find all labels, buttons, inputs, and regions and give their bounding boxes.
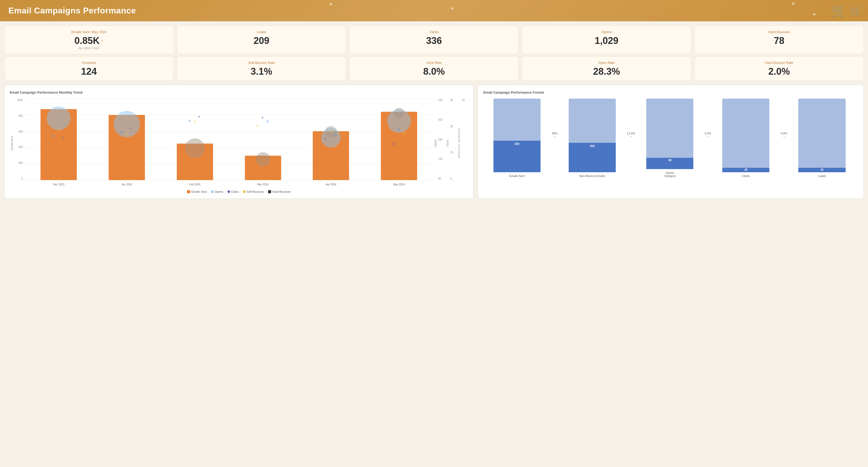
- funnel-xlabel-leads: Leads: [818, 174, 826, 178]
- x-label-dec: Dec 2023: [53, 183, 64, 186]
- metric-hard-bounce-rate-label: Hard Bounce Rate: [700, 61, 858, 65]
- y-axis-left: 1000 800 600 400 200 0: [14, 99, 25, 188]
- funnel-top-clicks: [722, 99, 769, 168]
- funnel-bottom-leads: 42: [798, 168, 845, 172]
- dot-yellow-may: ◎: [402, 131, 405, 135]
- dot-purple-jan: ●: [130, 126, 132, 130]
- metric-emails-sent-label: Emails Sent: May 2024: [10, 30, 168, 34]
- funnel-val-opens: 99: [669, 159, 672, 162]
- metric-soft-bounce-rate: Soft Bounce Rate 3.1%: [177, 56, 346, 81]
- metric-hard-bounce-rate: Hard Bounce Rate 2.0%: [694, 56, 864, 81]
- dot-yellow-apr: ◎: [330, 129, 332, 133]
- y-axis-sb-hb-label: Soft Bounces, Hard Bounces: [458, 128, 460, 159]
- funnel-bottom-clicks: 28: [722, 168, 769, 172]
- dot-purple-feb: ●: [198, 115, 200, 118]
- metric-open-rate-label: Open Rate: [527, 61, 686, 65]
- funnel-xlabel-clicks: Clicks: [742, 174, 750, 178]
- dot-purple-mar: ●: [262, 116, 264, 119]
- funnel-bars: 350 Emails Sent 39% → 302 Non-Bounce Ema…: [483, 99, 858, 178]
- funnel-top-emails-sent: [493, 99, 540, 141]
- metric-opens-value: 1,029: [527, 36, 686, 45]
- legend-opens: Opens: [211, 190, 223, 193]
- cart-icon-2: 🛒: [849, 4, 863, 17]
- legend-circle-clicks: [227, 190, 230, 193]
- charts-row: Email Campaign Performance Monthly Trend…: [0, 83, 868, 203]
- y-axis-opens-label: Opens: [434, 139, 437, 147]
- funnel-col-opens: 99 OpensCategory: [636, 99, 704, 178]
- funnel-xlabel-non-bounce: Non-Bounce Emails: [580, 174, 605, 178]
- legend-label-opens: Opens: [215, 190, 223, 193]
- funnel-bottom-emails-sent: 350: [493, 141, 540, 172]
- funnel-col-leads: 42 Leads: [788, 99, 856, 178]
- dot-decoration-2: [452, 7, 454, 9]
- funnel-val-clicks: 28: [744, 168, 747, 171]
- funnel-arrow-2: 11.6% →: [627, 99, 635, 178]
- dot-blue-mar: ◎: [266, 120, 269, 123]
- funnel-chart-title: Email Campaign Performance Funnel: [483, 90, 858, 94]
- metrics-row-1: Emails Sent: May 2024 0.85K ↑ Apr 2024: …: [0, 21, 868, 56]
- x-label-feb: Feb 2024: [189, 183, 200, 186]
- metric-opens: Opens 1,029: [522, 26, 691, 54]
- x-label-mar: Mar 2024: [257, 183, 268, 186]
- trend-chart-title: Email Campaign Performance Monthly Trend: [10, 90, 468, 94]
- legend-clicks: Clicks: [227, 190, 239, 193]
- funnel-val-non-bounce: 302: [590, 144, 594, 148]
- circle-gray-may: [394, 108, 404, 118]
- legend-box-emails-sent: [187, 190, 190, 193]
- y-axis-clicks-label: Clicks: [446, 140, 449, 147]
- funnel-arrow-3: 3.3% →: [705, 99, 711, 178]
- legend-label-clicks: Clicks: [231, 190, 239, 193]
- dot-decoration-1: [330, 3, 332, 5]
- dot-blue-may: ◎: [398, 128, 400, 131]
- legend-box-hard-bounces: [268, 190, 271, 193]
- metric-emails-sent-sub: Apr 2024: 0.61K: [10, 46, 168, 50]
- bar-mar-2024: ◎ ◎ ● Mar 2024: [230, 99, 296, 180]
- y-axis-left-label: Emails Sent: [10, 136, 13, 150]
- funnel-col-emails-sent: 350 Emails Sent: [483, 99, 551, 178]
- funnel-chart-card: Email Campaign Performance Funnel 350 Em…: [478, 85, 864, 199]
- metric-leads-value: 209: [182, 36, 341, 45]
- legend-row: Emails Sent Opens Clicks Soft Bounces Ha…: [10, 190, 468, 193]
- funnel-bar-emails-sent: 350: [493, 99, 540, 172]
- trend-chart-body: ● ● ◎ Dec 2023 ◎ ● ◎ Jan 2024: [25, 99, 433, 188]
- header: Email Campaigns Performance 🛒 🛒: [0, 0, 868, 21]
- dot-yellow-feb: ◎: [194, 120, 196, 123]
- metric-hard-bounces-value: 78: [700, 36, 858, 45]
- metric-open-rate: Open Rate 28.3%: [522, 56, 691, 81]
- funnel-bar-opens: 99: [646, 99, 693, 169]
- dot-purple-may: ⊙: [393, 142, 396, 146]
- funnel-bar-clicks: 28: [722, 99, 769, 172]
- y-axis-clicks: 35 25 15 5: [450, 99, 457, 188]
- funnel-arrow-4: 4.9% →: [781, 99, 787, 178]
- legend-emails-sent: Emails Sent: [187, 190, 207, 193]
- metric-click-rate: Click Rate 8.0%: [349, 56, 519, 81]
- legend-hard-bounces: Hard Bounces: [268, 190, 291, 193]
- dot-purple-apr: ●: [324, 137, 326, 140]
- dot-purple-dec: ●: [62, 136, 64, 139]
- funnel-top-non-bounce: [569, 99, 616, 143]
- metric-clicks: Clicks 336: [349, 26, 519, 54]
- metric-hard-bounce-rate-value: 2.0%: [700, 67, 858, 76]
- metric-leads-label: Leads: [182, 30, 341, 34]
- metric-hard-bounces: Hard Bounces 78: [694, 26, 864, 54]
- funnel-top-leads: [798, 99, 845, 168]
- bar-jan-2024: ◎ ● ◎ Jan 2024: [94, 99, 160, 180]
- funnel-val-emails-sent: 350: [515, 142, 519, 146]
- funnel-xlabel-emails-sent: Emails Sent: [509, 174, 525, 178]
- metric-click-rate-value: 8.0%: [355, 67, 513, 76]
- metric-opens-label: Opens: [527, 30, 686, 34]
- metric-leads: Leads 209: [177, 26, 346, 54]
- y-axis-sb-hb: 20: [461, 99, 468, 188]
- legend-label-hard-bounces: Hard Bounces: [272, 190, 291, 193]
- metric-hard-bounces-label: Hard Bounces: [700, 30, 858, 34]
- legend-circle-soft-bounces: [243, 190, 246, 193]
- metric-forwards: Forwards 124: [4, 56, 174, 81]
- metric-emails-sent-value: 0.85K: [74, 36, 100, 45]
- x-label-apr: Apr 2024: [326, 183, 336, 186]
- legend-label-soft-bounces: Soft Bounces: [247, 190, 264, 193]
- legend-soft-bounces: Soft Bounces: [243, 190, 264, 193]
- metric-forwards-label: Forwards: [10, 61, 168, 65]
- funnel-bottom-non-bounce: 302: [569, 143, 616, 172]
- legend-circle-opens: [211, 190, 214, 193]
- circle-gray-mar: [256, 152, 270, 167]
